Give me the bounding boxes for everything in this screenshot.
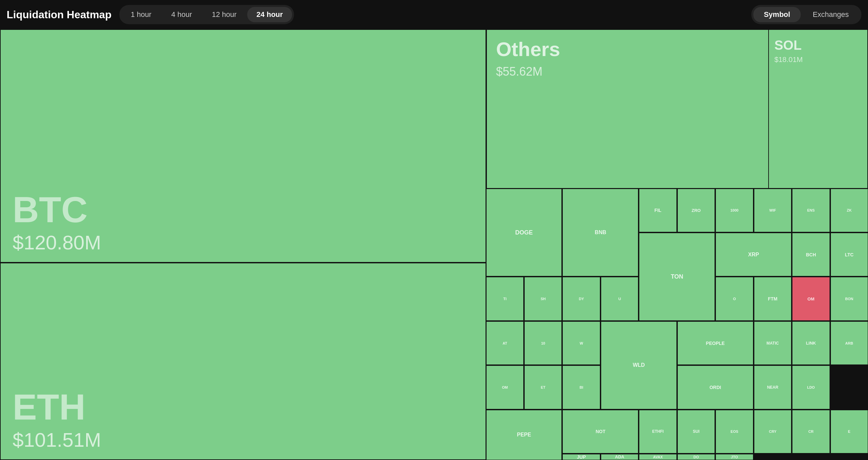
view-tab-group: Symbol Exchanges xyxy=(751,5,861,24)
grid-cell-wld[interactable]: WLD xyxy=(601,321,677,409)
btc-cell[interactable]: BTC $120.80M xyxy=(0,29,486,263)
tab-24hour[interactable]: 24 hour xyxy=(247,7,292,22)
grid-cell-wif[interactable]: WIF xyxy=(754,189,792,232)
grid-cell-ens[interactable]: ENS xyxy=(792,189,830,232)
sol-cell[interactable]: SOL $18.01M xyxy=(769,30,867,188)
grid-cell-e[interactable]: E xyxy=(831,410,868,453)
grid-cell-o[interactable]: O xyxy=(716,277,753,320)
left-column: BTC $120.80M ETH $101.51M xyxy=(0,29,486,460)
grid-cell-pepe[interactable]: PEPE xyxy=(486,410,562,460)
grid-cell-dy[interactable]: DY xyxy=(562,277,600,320)
grid-cell-eos[interactable]: EOS xyxy=(716,410,753,453)
others-cell[interactable]: Others $55.62M xyxy=(487,30,769,188)
time-tab-group: 1 hour 4 hour 12 hour 24 hour xyxy=(119,5,294,24)
tab-12hour[interactable]: 12 hour xyxy=(203,7,246,22)
grid-cell-avax[interactable]: AVAX xyxy=(639,454,676,460)
others-label: Others xyxy=(496,38,759,61)
tab-4hour[interactable]: 4 hour xyxy=(162,7,201,22)
grid-cell-et[interactable]: ET xyxy=(524,366,562,409)
grid-cell-jup[interactable]: JUP xyxy=(562,454,600,460)
tab-1hour[interactable]: 1 hour xyxy=(121,7,160,22)
grid-cell-do[interactable]: DO xyxy=(677,454,715,460)
grid-cell-bon[interactable]: BON xyxy=(831,277,868,320)
eth-cell[interactable]: ETH $101.51M xyxy=(0,263,486,460)
sol-label: SOL xyxy=(774,38,862,53)
sol-value: $18.01M xyxy=(774,55,862,64)
grid-cell-link[interactable]: LINK xyxy=(792,321,830,365)
grid-cell-sui[interactable]: SUI xyxy=(677,410,715,453)
eth-symbol: ETH xyxy=(12,389,474,425)
grid-cell-jto[interactable]: JTO xyxy=(716,454,753,460)
tab-exchanges[interactable]: Exchanges xyxy=(802,7,859,22)
grid-cell-10[interactable]: 10 xyxy=(524,321,562,365)
app-header: Liquidation Heatmap 1 hour 4 hour 12 hou… xyxy=(0,0,868,29)
grid-cell-zk[interactable]: ZK xyxy=(831,189,868,232)
grid-cell-ldo[interactable]: LDO xyxy=(792,366,830,409)
top-right: Others $55.62M SOL $18.01M xyxy=(486,29,868,189)
grid-cell-cry[interactable]: CRY xyxy=(754,410,792,453)
grid-cell-not[interactable]: NOT xyxy=(562,410,638,453)
grid-cell-zro[interactable]: ZRO xyxy=(677,189,715,232)
grid-cell-ltc[interactable]: LTC xyxy=(831,233,868,276)
grid-cell-ethfi[interactable]: ETHFI xyxy=(639,410,676,453)
crypto-grid: DOGE BNB FIL ZRO 1000 WIF ENS ZK TON XRP… xyxy=(486,189,868,460)
grid-cell-sh[interactable]: SH xyxy=(524,277,562,320)
grid-cell-people[interactable]: PEOPLE xyxy=(677,321,753,365)
grid-cell-u[interactable]: U xyxy=(601,277,638,320)
grid-cell-at[interactable]: AT xyxy=(486,321,524,365)
grid-cell-doge[interactable]: DOGE xyxy=(486,189,562,277)
grid-cell-ordi[interactable]: ORDI xyxy=(677,366,753,409)
grid-cell-om[interactable]: OM xyxy=(792,277,830,320)
grid-cell-ftm[interactable]: FTM xyxy=(754,277,792,320)
grid-cell-xrp[interactable]: XRP xyxy=(716,233,792,276)
grid-cell-bi[interactable]: BI xyxy=(562,366,600,409)
grid-cell-matic[interactable]: MATIC xyxy=(754,321,792,365)
grid-cell-1000[interactable]: 1000 xyxy=(716,189,753,232)
grid-cell-fil[interactable]: FIL xyxy=(639,189,676,232)
tab-symbol[interactable]: Symbol xyxy=(753,7,801,22)
grid-cell-arb[interactable]: ARB xyxy=(831,321,868,365)
heatmap-container: BTC $120.80M ETH $101.51M Others $55.62M… xyxy=(0,29,868,460)
right-column: Others $55.62M SOL $18.01M DOGE BNB FIL … xyxy=(486,29,868,460)
app-title: Liquidation Heatmap xyxy=(7,9,111,21)
grid-cell-bch[interactable]: BCH xyxy=(792,233,830,276)
grid-cell-ti[interactable]: TI xyxy=(486,277,524,320)
others-value: $55.62M xyxy=(496,65,759,79)
grid-cell-w[interactable]: W xyxy=(562,321,600,365)
grid-cell-bnb[interactable]: BNB xyxy=(562,189,638,277)
grid-cell-cr[interactable]: CR xyxy=(792,410,830,453)
btc-value: $120.80M xyxy=(12,231,474,254)
grid-cell-ada[interactable]: ADA xyxy=(601,454,638,460)
grid-cell-ton[interactable]: TON xyxy=(639,233,715,321)
btc-symbol: BTC xyxy=(12,191,474,228)
eth-value: $101.51M xyxy=(12,429,474,451)
grid-cell-near[interactable]: NEAR xyxy=(754,366,792,409)
grid-cell-om2[interactable]: OM xyxy=(486,366,524,409)
